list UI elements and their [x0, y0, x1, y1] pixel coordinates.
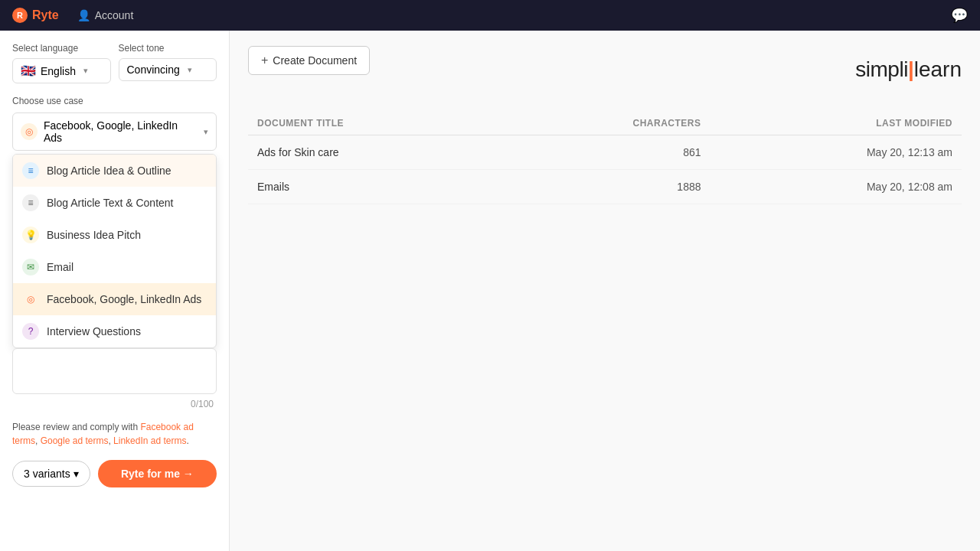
simplilearn-text2: learn: [914, 57, 962, 82]
language-select[interactable]: 🇬🇧 English ▾: [12, 58, 111, 83]
business-pitch-icon: 💡: [22, 227, 39, 243]
variants-chevron-icon: ▾: [74, 468, 79, 480]
blog-text-icon: ≡: [22, 194, 39, 211]
doc-chars: 1888: [501, 170, 710, 204]
dropdown-item-label: Blog Article Idea & Outline: [47, 165, 172, 177]
language-label: Select language: [12, 43, 111, 54]
account-icon: 👤: [77, 9, 90, 21]
variants-button[interactable]: 3 variants ▾: [12, 461, 90, 487]
facebook-ads-icon: ◎: [22, 291, 39, 308]
dropdown-item-label: Email: [47, 261, 74, 273]
plus-icon: +: [261, 54, 268, 67]
tone-label: Select tone: [119, 43, 217, 54]
create-doc-label: Create Document: [273, 54, 357, 67]
create-document-button[interactable]: + Create Document: [248, 46, 370, 75]
simplilearn-logo: simpli|learn: [855, 57, 962, 82]
blog-idea-icon: ≡: [22, 162, 39, 179]
ryte-for-me-button[interactable]: Ryte for me →: [98, 460, 217, 487]
use-case-chevron-icon: ▾: [204, 127, 208, 137]
account-nav[interactable]: 👤 Account: [77, 9, 134, 21]
topnav: R Ryte 👤 Account 💬: [0, 0, 980, 31]
language-tone-row: Select language 🇬🇧 English ▾ Select tone…: [12, 43, 217, 83]
doc-title: Emails: [248, 170, 501, 204]
dropdown-item-business-pitch[interactable]: 💡 Business Idea Pitch: [13, 219, 216, 251]
language-value: English: [41, 65, 76, 77]
dropdown-item-label: Business Idea Pitch: [47, 229, 141, 241]
sidebar: Select language 🇬🇧 English ▾ Select tone…: [0, 31, 230, 551]
logo-text: Ryte: [32, 8, 59, 22]
language-chevron-icon: ▾: [83, 66, 88, 76]
dropdown-item-label: Facebook, Google, LinkedIn Ads: [47, 293, 201, 305]
table-header-row: DOCUMENT TITLE CHARACTERS LAST MODIFIED: [248, 112, 962, 135]
dropdown-item-email[interactable]: ✉ Email: [13, 251, 216, 283]
use-case-selected-icon: ◎: [21, 123, 38, 140]
chat-icon[interactable]: 💬: [951, 7, 968, 24]
google-terms-link[interactable]: Google ad terms: [41, 435, 109, 446]
use-case-dropdown: ≡ Blog Article Idea & Outline ≡ Blog Art…: [12, 154, 217, 348]
use-case-selected-label: Facebook, Google, LinkedIn Ads: [44, 119, 198, 144]
tone-chevron-icon: ▾: [188, 65, 192, 75]
interview-icon: ?: [22, 323, 39, 340]
dropdown-item-interview[interactable]: ? Interview Questions: [13, 315, 216, 347]
dropdown-item-facebook-ads[interactable]: ◎ Facebook, Google, LinkedIn Ads: [13, 283, 216, 315]
bottom-bar: 3 variants ▾ Ryte for me →: [12, 460, 217, 487]
main-header: + Create Document simpli|learn: [248, 46, 962, 93]
simplilearn-separator: |: [908, 57, 914, 82]
table-row[interactable]: Emails 1888 May 20, 12:08 am: [248, 170, 962, 204]
col-modified: LAST MODIFIED: [710, 112, 962, 135]
email-icon: ✉: [22, 259, 39, 276]
language-flag: 🇬🇧: [21, 64, 36, 78]
layout: Select language 🇬🇧 English ▾ Select tone…: [0, 31, 980, 551]
char-count: 0/100: [12, 397, 217, 411]
ryte-btn-label: Ryte for me →: [121, 468, 194, 480]
dropdown-item-blog-text[interactable]: ≡ Blog Article Text & Content: [13, 187, 216, 219]
logo-button[interactable]: R Ryte: [12, 8, 59, 23]
col-title: DOCUMENT TITLE: [248, 112, 501, 135]
tone-value: Convincing: [127, 64, 180, 76]
simplilearn-text1: simpli: [855, 57, 908, 82]
doc-title: Ads for Skin care: [248, 135, 501, 170]
compliance-text-prefix: Please review and comply with: [12, 422, 140, 432]
main-content: + Create Document simpli|learn DOCUMENT …: [230, 31, 980, 551]
dropdown-item-blog-idea[interactable]: ≡ Blog Article Idea & Outline: [13, 155, 216, 187]
doc-modified: May 20, 12:13 am: [710, 135, 962, 170]
table-row[interactable]: Ads for Skin care 861 May 20, 12:13 am: [248, 135, 962, 170]
use-case-dropdown-trigger[interactable]: ◎ Facebook, Google, LinkedIn Ads ▾: [12, 112, 217, 151]
content-textarea[interactable]: [12, 348, 217, 394]
variants-label: 3 variants: [24, 468, 70, 480]
col-chars: CHARACTERS: [501, 112, 710, 135]
topnav-right: 💬: [951, 7, 968, 24]
dropdown-item-label: Interview Questions: [47, 325, 141, 337]
input-area: [12, 348, 217, 394]
use-case-label: Choose use case: [12, 96, 217, 106]
doc-modified: May 20, 12:08 am: [710, 170, 962, 204]
dropdown-item-label: Blog Article Text & Content: [47, 197, 174, 209]
ryte-logo-icon: R: [12, 8, 28, 23]
compliance-notice: Please review and comply with Facebook a…: [12, 420, 217, 448]
document-table: DOCUMENT TITLE CHARACTERS LAST MODIFIED …: [248, 112, 962, 204]
doc-chars: 861: [501, 135, 710, 170]
linkedin-terms-link[interactable]: LinkedIn ad terms: [113, 435, 186, 446]
account-label: Account: [95, 9, 134, 21]
tone-select[interactable]: Convincing ▾: [119, 58, 217, 81]
